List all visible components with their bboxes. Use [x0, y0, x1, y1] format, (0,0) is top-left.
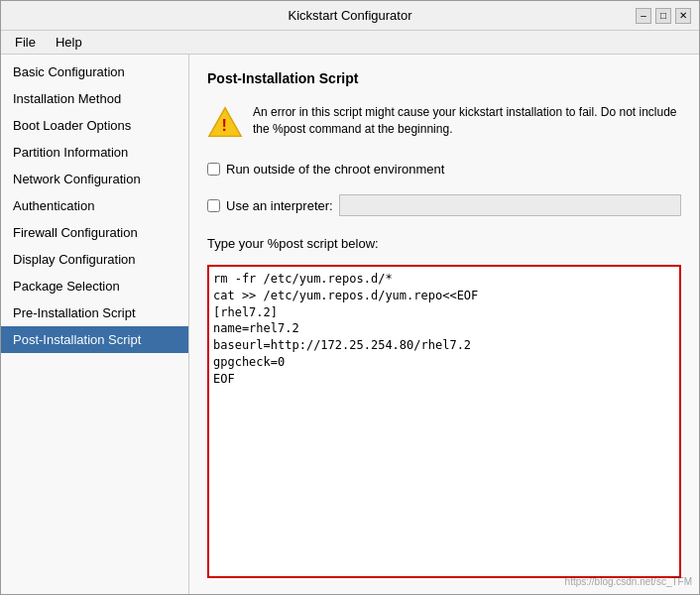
chroot-label: Run outside of the chroot environment [226, 162, 444, 177]
title-bar: Kickstart Configurator – □ ✕ [1, 1, 699, 31]
watermark: https://blog.csdn.net/sc_TFM [565, 576, 692, 587]
sidebar-item-post-installation-script[interactable]: Post-Installation Script [1, 326, 188, 353]
sidebar-item-firewall-configuration[interactable]: Firewall Configuration [1, 219, 188, 246]
sidebar-item-installation-method[interactable]: Installation Method [1, 85, 188, 112]
warning-box: ! An error in this script might cause yo… [207, 104, 681, 140]
sidebar-item-display-configuration[interactable]: Display Configuration [1, 246, 188, 273]
warning-text: An error in this script might cause your… [253, 104, 681, 138]
sidebar-item-network-configuration[interactable]: Network Configuration [1, 166, 188, 192]
file-menu[interactable]: File [9, 33, 42, 52]
interpreter-checkbox[interactable] [207, 199, 220, 212]
close-button[interactable]: ✕ [675, 8, 691, 24]
sidebar-item-basic-configuration[interactable]: Basic Configuration [1, 59, 188, 85]
sidebar-item-boot-loader-options[interactable]: Boot Loader Options [1, 112, 188, 139]
main-window: Kickstart Configurator – □ ✕ File Help B… [0, 0, 700, 595]
sidebar: Basic Configuration Installation Method … [1, 55, 189, 594]
window-controls: – □ ✕ [636, 8, 691, 24]
chroot-checkbox-row: Run outside of the chroot environment [207, 162, 681, 177]
panel-title: Post-Installation Script [207, 70, 681, 86]
main-panel: Post-Installation Script ! An error in t… [189, 55, 699, 594]
script-label: Type your %post script below: [207, 236, 681, 251]
chroot-checkbox[interactable] [207, 163, 220, 176]
sidebar-item-authentication[interactable]: Authentication [1, 192, 188, 219]
sidebar-item-pre-installation-script[interactable]: Pre-Installation Script [1, 299, 188, 326]
svg-text:!: ! [221, 116, 226, 134]
minimize-button[interactable]: – [636, 8, 651, 24]
content-area: Basic Configuration Installation Method … [1, 55, 699, 594]
sidebar-item-partition-information[interactable]: Partition Information [1, 139, 188, 166]
warning-icon: ! [207, 104, 243, 140]
menu-bar: File Help [1, 31, 699, 55]
window-title: Kickstart Configurator [64, 8, 636, 23]
maximize-button[interactable]: □ [655, 8, 671, 24]
script-textarea[interactable] [207, 265, 681, 578]
interpreter-row: Use an interpreter: [207, 194, 681, 216]
sidebar-item-package-selection[interactable]: Package Selection [1, 273, 188, 299]
interpreter-input[interactable] [339, 194, 681, 216]
help-menu[interactable]: Help [50, 33, 88, 52]
interpreter-label: Use an interpreter: [226, 198, 333, 213]
